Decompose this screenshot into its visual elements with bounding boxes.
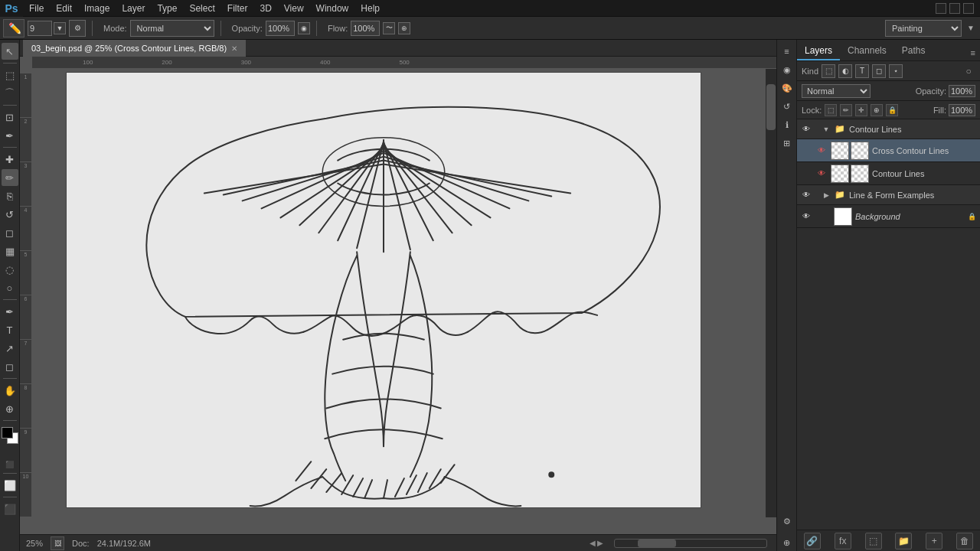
zoom-info-button[interactable]: 🖼 [51,536,64,550]
side-tool-1[interactable]: ≡ [779,43,795,60]
lock-artboard[interactable]: ⊕ [871,104,883,116]
zoom-tool[interactable]: ⊕ [2,400,18,417]
eye-line-group[interactable]: 👁 [800,189,812,201]
workspace-select[interactable]: Painting Essentials Photography [885,20,962,37]
eye-contour-group[interactable]: 👁 [800,123,812,135]
new-layer-button[interactable]: + [926,533,942,549]
crop-tool[interactable]: ⊡ [2,109,18,126]
close-button[interactable] [963,3,974,14]
pen-tool[interactable]: ✒ [2,303,18,320]
side-tool-7[interactable]: ⚙ [779,513,795,530]
dodge-tool[interactable]: ○ [2,279,18,296]
layer-contour[interactable]: 👁 Contour Lines [797,162,980,185]
eye-contour[interactable]: 👁 [815,168,828,180]
airbrush-button[interactable]: ◉ [298,22,310,34]
add-mask-button[interactable]: ⬚ [865,533,882,549]
foreground-color-swatch[interactable] [2,427,13,439]
default-colors-icon[interactable]: ⬛ [3,459,17,470]
tab-close-button[interactable]: ✕ [231,44,237,53]
hand-tool[interactable]: ✋ [2,382,18,399]
horizontal-scrollbar[interactable] [614,539,767,548]
layer-blend-mode-select[interactable]: Normal Dissolve Multiply [802,84,871,98]
menu-image[interactable]: Image [78,0,116,17]
side-tool-4[interactable]: ↺ [779,98,795,115]
side-tool-2[interactable]: ◉ [779,61,795,78]
delete-layer-button[interactable]: 🗑 [956,533,973,549]
fill-value-input[interactable]: 100% [949,104,975,116]
side-tool-6[interactable]: ⊞ [779,135,795,152]
screen-mode-button[interactable]: ⬛ [2,500,18,517]
menu-type[interactable]: Type [151,0,183,17]
link-layers-button[interactable]: 🔗 [804,533,821,549]
blur-tool[interactable]: ◌ [2,261,18,278]
brush-settings-button[interactable]: ⚙ [69,20,86,37]
menu-view[interactable]: View [278,0,310,17]
workspace-search-icon[interactable]: ▼ [965,22,977,34]
layer-cross-contour[interactable]: 👁 Cross Contour Lines [797,139,980,162]
tab-layers[interactable]: Layers [797,42,840,60]
clone-stamp-tool[interactable]: ⎘ [2,187,18,204]
expand-line-group[interactable]: ▶ [822,191,831,200]
horizontal-scroll-thumb[interactable] [638,540,676,547]
tab-paths[interactable]: Paths [894,42,933,60]
text-tool[interactable]: T [2,321,18,338]
rectangular-marquee-tool[interactable]: ⬚ [2,67,18,83]
tab-channels[interactable]: Channels [840,42,894,60]
menu-layer[interactable]: Layer [116,0,151,17]
flow-input[interactable] [351,21,380,36]
filter-type-icon[interactable]: ⬚ [822,64,835,78]
vertical-scrollbar[interactable] [766,69,776,517]
quick-mask-button[interactable]: ⬜ [2,477,18,494]
color-swatches[interactable] [2,427,18,444]
menu-help[interactable]: Help [354,0,386,17]
history-brush-tool[interactable]: ↺ [2,206,18,223]
expand-contour-group[interactable]: ▼ [822,125,831,134]
side-tool-3[interactable]: 🎨 [779,80,795,96]
filter-text-icon[interactable]: T [855,64,869,78]
eye-background[interactable]: 👁 [800,210,812,223]
opacity-input[interactable] [266,21,295,36]
document-tab[interactable]: 03_begin.psd @ 25% (Cross Contour Lines,… [23,40,246,57]
menu-file[interactable]: File [23,0,50,17]
side-tool-8[interactable]: ⊕ [779,534,795,551]
side-tool-5[interactable]: ℹ [779,116,795,133]
filter-adj-icon[interactable]: ◐ [838,64,852,78]
document-canvas[interactable] [66,72,701,508]
panel-options-button[interactable]: ≡ [966,45,980,60]
eye-cross-contour[interactable]: 👁 [815,145,828,157]
brush-tool[interactable]: ✏ [2,169,18,186]
menu-window[interactable]: Window [310,0,355,17]
filter-toggle[interactable]: ○ [962,64,975,78]
brush-picker-button[interactable]: ▼ [54,22,66,34]
lock-all[interactable]: 🔒 [886,104,898,116]
lasso-tool[interactable]: ⌒ [2,85,18,102]
brush-size-input[interactable]: 9 [28,21,52,36]
pressure-button[interactable]: ⊕ [398,22,410,34]
filter-smart-icon[interactable]: ⋆ [889,64,903,78]
gradient-tool[interactable]: ▦ [2,243,18,259]
maximize-button[interactable] [949,3,960,14]
lock-transparent-pixels[interactable]: ⬚ [825,104,837,116]
layer-background[interactable]: 👁 Background 🔒 [797,205,980,228]
lock-position[interactable]: ✛ [855,104,867,116]
menu-filter[interactable]: Filter [221,0,254,17]
shape-tool[interactable]: ◻ [2,358,18,375]
eyedropper-tool[interactable]: ✒ [2,127,18,144]
path-selection-tool[interactable]: ↗ [2,340,18,357]
eraser-tool[interactable]: ◻ [2,224,18,241]
menu-edit[interactable]: Edit [50,0,78,17]
brush-tool-button[interactable]: ✏️ [3,19,24,37]
healing-brush-tool[interactable]: ✚ [2,151,18,168]
canvas-scroll[interactable]: 100 200 300 400 500 1 2 3 4 5 6 7 8 9 10 [20,57,776,534]
vertical-scroll-thumb[interactable] [766,84,776,130]
menu-3d[interactable]: 3D [253,0,277,17]
layer-group-line-form[interactable]: 👁 ▶ 📁 Line & Form Examples [797,185,980,205]
new-group-button[interactable]: 📁 [895,533,912,549]
layer-group-contour-lines[interactable]: 👁 ▼ 📁 Contour Lines [797,119,980,139]
filter-shape-icon[interactable]: ◻ [872,64,886,78]
add-style-button[interactable]: fx [835,533,851,549]
scroll-arrow-prev[interactable]: ◀ ▶ [590,539,603,547]
move-tool[interactable]: ↖ [2,43,18,60]
smoothing-button[interactable]: 〜 [383,22,395,34]
blend-mode-select[interactable]: Normal Dissolve Darken Multiply [130,20,214,37]
